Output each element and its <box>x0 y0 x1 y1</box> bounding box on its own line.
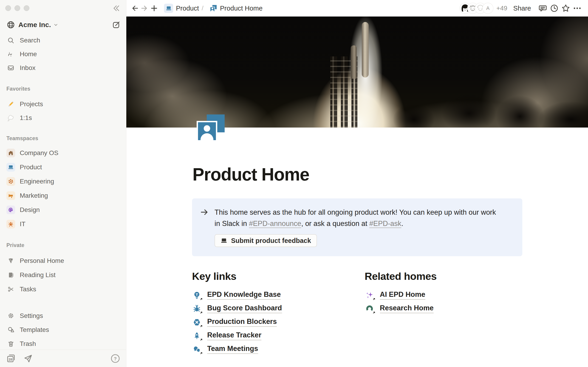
page-link-label: Production Blockers <box>207 317 277 327</box>
sidebar-nav: Search Home Inbox <box>3 33 123 75</box>
sidebar-item-search[interactable]: Search <box>3 33 123 47</box>
breadcrumb-separator: / <box>202 5 204 12</box>
sidebar-item-design[interactable]: Design <box>3 203 123 217</box>
thought-balloon-emoji-icon <box>6 114 15 122</box>
share-button[interactable]: Share <box>510 3 534 14</box>
traffic-light-zoom[interactable] <box>24 5 29 11</box>
sidebar-item-label: Inbox <box>20 64 36 72</box>
sidebar-item-company-os[interactable]: Company OS <box>3 146 123 160</box>
sidebar-item-engineering[interactable]: Engineering <box>3 174 123 189</box>
callout-text: This home serves as the hub for all ongo… <box>215 207 502 229</box>
page-link-research-home[interactable]: Research Home <box>365 302 523 315</box>
sidebar-item-one-on-ones[interactable]: 1:1s <box>3 111 123 125</box>
page-icon-contact-card[interactable] <box>198 115 225 140</box>
house-icon <box>6 149 15 157</box>
paper-plane-icon[interactable] <box>23 353 33 364</box>
back-icon[interactable] <box>130 3 140 13</box>
sidebar-item-settings[interactable]: Settings <box>3 309 123 323</box>
section-label-private[interactable]: Private <box>3 240 123 250</box>
sidebar-item-tasks[interactable]: Tasks <box>3 282 123 296</box>
sidebar-item-reading-list[interactable]: Reading List <box>3 268 123 282</box>
sidebar-section-private: Private Personal Home Reading List Tasks <box>3 240 123 296</box>
gear-icon <box>6 177 15 186</box>
home-icon <box>6 50 15 58</box>
app-window: Acme Inc. Search Home <box>0 0 588 367</box>
page-link-label: Research Home <box>380 304 434 313</box>
slack-channel-link-ask[interactable]: #EPD-ask <box>369 219 401 227</box>
sidebar-item-projects[interactable]: Projects <box>3 97 123 111</box>
page-link-ai-epd-home[interactable]: AI EPD Home <box>365 288 523 302</box>
breadcrumb-label: Product <box>176 5 199 12</box>
cover-image-rocket-launch <box>126 17 588 127</box>
page-link-team-meetings[interactable]: Team Meetings <box>192 342 350 356</box>
pencil-emoji-icon <box>6 100 15 108</box>
sidebar-item-home[interactable]: Home <box>3 47 123 61</box>
sidebar-item-trash[interactable]: Trash <box>3 337 123 351</box>
calendar-icon[interactable]: 28 <box>6 353 16 364</box>
page-link-label: AI EPD Home <box>380 290 425 300</box>
sidebar-item-product[interactable]: Product <box>3 160 123 174</box>
tree-silhouettes <box>376 80 588 127</box>
traffic-light-close[interactable] <box>5 5 11 11</box>
section-label-teamspaces[interactable]: Teamspaces <box>3 133 123 143</box>
sidebar-item-label: 1:1s <box>20 114 32 122</box>
sidebar-item-label: Projects <box>20 100 43 108</box>
collapse-sidebar-button[interactable] <box>111 3 121 13</box>
comments-icon[interactable] <box>538 3 548 13</box>
page-link-bug-score-dashboard[interactable]: Bug Score Dashboard <box>192 302 350 315</box>
page-link-label: Team Meetings <box>207 344 258 354</box>
workspace-switcher[interactable]: Acme Inc. <box>5 19 122 30</box>
window-controls <box>5 5 29 11</box>
sidebar-item-label: Templates <box>20 326 49 334</box>
traffic-light-minimize[interactable] <box>15 5 20 11</box>
page-title[interactable]: Product Home <box>192 164 522 185</box>
sidebar-item-templates[interactable]: Templates <box>3 323 123 337</box>
sidebar-item-personal-home[interactable]: Personal Home <box>3 254 123 268</box>
chat-bubbles-icon <box>192 344 202 354</box>
chevron-down-icon <box>53 22 58 27</box>
avatar-stack: A <box>460 3 493 14</box>
avatar-initial[interactable]: A <box>483 3 493 14</box>
section-label-favorites[interactable]: Favorites <box>3 84 123 94</box>
sidebar-item-label: Company OS <box>20 149 58 157</box>
link-arrow-badge-icon <box>199 297 204 301</box>
rocket-stack-silhouette <box>362 22 369 77</box>
callout-text-part: , or ask a question at <box>301 219 369 227</box>
book-icon <box>6 271 15 279</box>
templates-icon <box>6 325 15 334</box>
workspace-name: Acme Inc. <box>18 21 51 29</box>
sidebar-item-label: Product <box>20 164 42 171</box>
sidebar-bottom-bar: 28 ? <box>0 350 126 367</box>
collaborator-overflow-count[interactable]: +49 <box>496 5 507 12</box>
history-clock-icon[interactable] <box>549 3 559 13</box>
new-page-icon[interactable] <box>149 3 159 13</box>
compose-icon[interactable] <box>112 20 121 29</box>
sidebar-item-label: Home <box>20 50 37 58</box>
main-area: Product / Product Home <box>126 0 588 367</box>
more-options-icon[interactable] <box>572 3 582 13</box>
breadcrumb-product-home[interactable]: Product Home <box>208 3 264 13</box>
help-icon[interactable]: ? <box>110 353 120 364</box>
sidebar-item-label: Design <box>20 206 40 214</box>
breadcrumb-product[interactable]: Product <box>162 3 201 14</box>
inbox-icon <box>6 64 15 72</box>
page-link-release-tracker[interactable]: Release Tracker <box>192 329 350 342</box>
favorite-star-icon[interactable] <box>561 3 571 13</box>
search-icon <box>6 36 15 45</box>
link-arrow-badge-icon <box>199 310 204 315</box>
slack-channel-link-announce[interactable]: #EPD-announce <box>249 219 301 227</box>
donut-chart-icon <box>365 304 374 314</box>
forward-icon[interactable] <box>140 3 149 13</box>
page-link-production-blockers[interactable]: Production Blockers <box>192 315 350 329</box>
callout-body: This home serves as the hub for all ongo… <box>215 207 502 247</box>
sidebar-item-label: Marketing <box>20 192 48 199</box>
submit-product-feedback-button[interactable]: Submit product feedback <box>215 234 317 247</box>
sidebar-item-it[interactable]: IT <box>3 217 123 231</box>
hexagon-x-icon <box>192 317 202 327</box>
sidebar-item-inbox[interactable]: Inbox <box>3 61 123 75</box>
breadcrumb-label: Product Home <box>220 5 262 12</box>
sidebar-item-marketing[interactable]: Marketing <box>3 189 123 203</box>
page-body: Product Home This home serves as the hub… <box>192 127 522 356</box>
sidebar-item-label: Tasks <box>20 286 36 293</box>
page-link-epd-knowledge-base[interactable]: EPD Knowledge Base <box>192 288 350 302</box>
